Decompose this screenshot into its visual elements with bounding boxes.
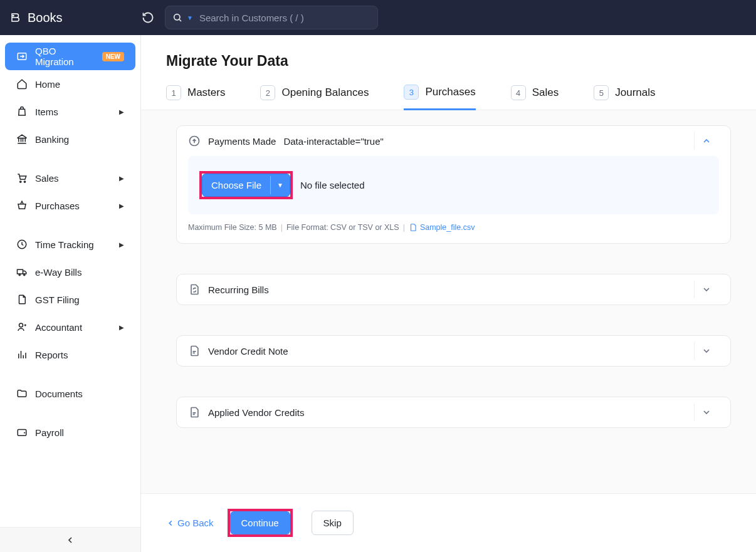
step-journals[interactable]: 5 Journals [594, 85, 655, 110]
continue-button[interactable]: Continue [230, 511, 290, 534]
svg-point-0 [13, 15, 14, 16]
app-name: Books [28, 11, 63, 25]
choose-file-dropdown-icon[interactable]: ▼ [270, 176, 290, 194]
step-sales[interactable]: 4 Sales [511, 85, 559, 110]
file-format-text: File Format: CSV or TSV or XLS [286, 223, 399, 232]
sidebar: QBO Migration NEW Home Items ▶ Banking S… [0, 35, 141, 552]
sidebar-item-label: Sales [35, 173, 59, 184]
step-label: Purchases [425, 86, 475, 98]
topbar: Books ▼ [0, 0, 756, 35]
section-title: Vendor Credit Note [208, 346, 288, 357]
sidebar-item-payroll[interactable]: Payroll [5, 419, 135, 446]
bag-icon [16, 106, 28, 117]
section-header[interactable]: Recurring Bills [177, 274, 730, 305]
sidebar-item-label: e-Way Bills [35, 267, 81, 278]
sample-file-name: Sample_file.csv [420, 223, 475, 232]
sidebar-item-label: Accountant [35, 322, 82, 333]
step-label: Masters [187, 86, 225, 99]
upload-hint: Maximum File Size: 5 MB | File Format: C… [188, 223, 719, 232]
no-file-label: No file selected [300, 180, 365, 190]
svg-point-7 [19, 274, 20, 275]
step-opening-balances[interactable]: 2 Opening Balances [260, 85, 369, 110]
search-input[interactable] [199, 13, 371, 23]
expand-toggle[interactable] [694, 407, 719, 417]
sample-file-link[interactable]: Sample_file.csv [409, 223, 475, 232]
step-label: Journals [615, 86, 655, 99]
sidebar-item-gst-filing[interactable]: GST Filing [5, 286, 135, 313]
sidebar-item-label: Reports [35, 350, 68, 360]
app-logo[interactable]: Books [10, 11, 141, 25]
chevron-right-icon: ▶ [119, 108, 124, 115]
expand-toggle[interactable] [694, 346, 719, 356]
section-title: Applied Vendor Credits [208, 407, 304, 418]
user-icon [16, 321, 28, 333]
wallet-icon [16, 427, 28, 438]
section-title: Payments Made [208, 136, 276, 147]
home-icon [16, 78, 28, 90]
sidebar-item-accountant[interactable]: Accountant ▶ [5, 313, 135, 341]
step-number: 1 [166, 85, 181, 100]
sidebar-item-eway-bills[interactable]: e-Way Bills [5, 258, 135, 286]
sidebar-item-label: Banking [35, 134, 69, 145]
truck-icon [16, 266, 28, 278]
section-header[interactable]: Vendor Credit Note [177, 336, 730, 366]
section-payments-made: Payments Made Data-interactable="true" C… [176, 125, 731, 244]
choose-file-label: Choose File [202, 174, 270, 196]
sidebar-item-reports[interactable]: Reports [5, 341, 135, 368]
section-title: Recurring Bills [208, 284, 269, 295]
chevron-right-icon: ▶ [119, 175, 124, 182]
step-label: Sales [532, 86, 559, 99]
section-header[interactable]: Applied Vendor Credits [177, 397, 730, 427]
main-content: Migrate Your Data 1 Masters 2 Opening Ba… [141, 35, 756, 552]
sidebar-item-home[interactable]: Home [5, 70, 135, 98]
upload-area: Choose File ▼ No file selected [188, 156, 719, 214]
svg-point-3 [20, 181, 21, 182]
go-back-button[interactable]: Go Back [166, 518, 214, 528]
skip-button[interactable]: Skip [312, 511, 354, 535]
recurring-icon [188, 283, 201, 296]
topbar-right: ▼ [141, 6, 746, 29]
step-purchases[interactable]: 3 Purchases [404, 85, 475, 110]
step-label: Opening Balances [281, 86, 369, 99]
sidebar-item-banking[interactable]: Banking [5, 125, 135, 153]
cart-icon [16, 172, 28, 184]
sidebar-item-sales[interactable]: Sales ▶ [5, 164, 135, 192]
basket-icon [16, 200, 28, 211]
svg-point-4 [24, 181, 25, 182]
sidebar-item-label: Home [35, 79, 60, 90]
section-applied-vendor-credits: Applied Vendor Credits [176, 397, 731, 428]
sidebar-item-time-tracking[interactable]: Time Tracking ▶ [5, 231, 135, 258]
go-back-label: Go Back [177, 518, 214, 528]
chevron-left-icon [65, 535, 75, 545]
chevron-right-icon: ▶ [119, 241, 124, 248]
sidebar-collapse-button[interactable] [0, 527, 140, 552]
svg-rect-6 [18, 269, 23, 274]
sidebar-item-label: QBO Migration [35, 46, 95, 67]
sidebar-item-label: Payroll [35, 427, 64, 438]
section-recurring-bills: Recurring Bills [176, 274, 731, 305]
step-tabs: 1 Masters 2 Opening Balances 3 Purchases… [141, 70, 756, 110]
sidebar-item-documents[interactable]: Documents [5, 380, 135, 407]
chart-icon [16, 349, 28, 360]
step-number: 5 [594, 85, 609, 100]
chevron-right-icon: ▶ [119, 324, 124, 331]
document-icon [188, 406, 201, 419]
choose-file-button[interactable]: Choose File ▼ [202, 174, 290, 197]
books-logo-icon [10, 12, 21, 23]
max-size-text: Maximum File Size: 5 MB [188, 223, 277, 232]
svg-point-1 [174, 14, 180, 20]
bank-icon [16, 133, 28, 145]
section-header[interactable]: Payments Made Data-interactable="true" [177, 126, 730, 156]
step-masters[interactable]: 1 Masters [166, 85, 225, 110]
sidebar-item-qbo-migration[interactable]: QBO Migration NEW [5, 43, 135, 70]
collapse-toggle[interactable] [694, 136, 719, 146]
search-scope-caret-icon[interactable]: ▼ [187, 14, 193, 21]
content-area: Payments Made Data-interactable="true" C… [141, 110, 756, 493]
expand-toggle[interactable] [694, 284, 719, 294]
search-box[interactable]: ▼ [165, 6, 378, 29]
chevron-right-icon: ▶ [119, 202, 124, 209]
refresh-button[interactable] [141, 11, 155, 24]
migration-icon [16, 51, 28, 62]
sidebar-item-items[interactable]: Items ▶ [5, 98, 135, 125]
sidebar-item-purchases[interactable]: Purchases ▶ [5, 192, 135, 219]
